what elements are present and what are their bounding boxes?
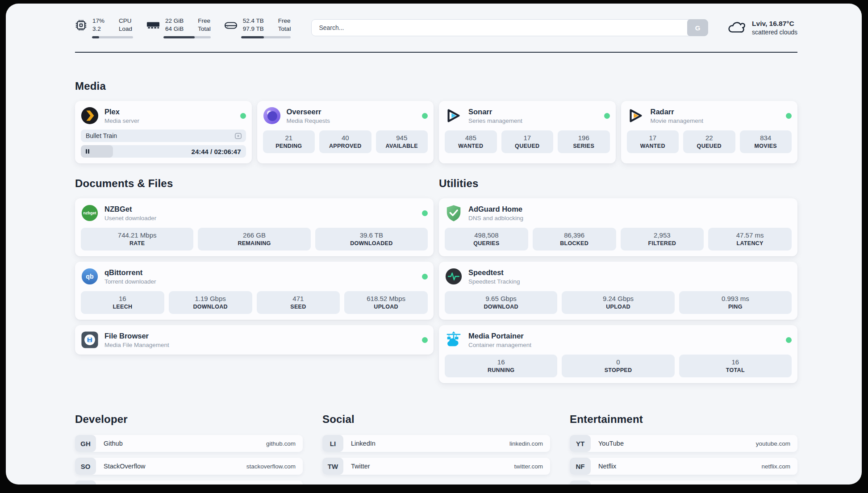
app-card-nzbget[interactable]: nzbget NZBGet Usenet downloader 74 [75,198,434,256]
bookmark-netflix[interactable]: NF Netflix netflix.com [570,458,797,475]
stat-box: 834 MOVIES [740,130,792,153]
status-dot [422,274,428,280]
bookmark-group-entertainment: Entertainment YT YouTube youtube.com NF … [570,413,797,485]
section-title-developer: Developer [75,413,303,426]
bookmark-linkedin[interactable]: LI LinkedIn linkedin.com [322,435,550,452]
weather-location-temp: Lviv, 16.87°C [752,20,797,28]
card-title: Radarr [651,108,704,116]
stat-box: 0.993 ms PING [679,291,792,314]
bookmark-name: YouTube [598,440,624,447]
stat-box: 9.24 Gbps UPLOAD [562,291,674,314]
overseerr-icon [263,107,281,125]
ram-value-2: 64 GiB [165,25,184,33]
bookmark-name: StackOverflow [104,463,145,470]
bookmark-reddit[interactable]: RE Reddit reddit.com [570,480,797,485]
pause-icon[interactable] [86,149,89,154]
bookmark-name: LinkedIn [351,440,376,447]
stat-box: 47.57 ms LATENCY [708,228,792,251]
playback-time: 24:44 / 02:06:47 [192,148,241,155]
disk-usage-bar [241,36,291,38]
section-title-documents: Documents & Files [75,177,434,190]
stat-box: 196 SERIES [558,130,610,153]
status-dot [786,113,792,119]
bookmark-twitter[interactable]: TW Twitter twitter.com [322,458,550,475]
app-card-overseerr[interactable]: Overseerr Media Requests 21 PENDING 40 A… [257,101,434,163]
qbittorrent-icon: qb [81,267,99,285]
bookmark-tag: RE [570,480,591,485]
search-engine-button[interactable]: G [687,19,708,36]
stat-box: 17 QUEUED [501,130,554,153]
disk-label-2: Total [278,25,291,33]
card-title: Speedtest [468,268,520,277]
card-subtitle: DNS and adblocking [468,215,523,221]
card-title: Media Portainer [468,332,531,340]
search-bar: G [311,19,708,36]
stat-box: 16 RUNNING [445,355,557,377]
adguard-icon [445,204,463,222]
cpu-value-1: 17% [92,17,104,25]
stat-box: 498,508 QUERIES [445,228,528,251]
section-title-entertainment: Entertainment [570,413,797,426]
stat-box: 16 TOTAL [679,355,792,377]
playback-progress-bar: 24:44 / 02:06:47 [81,145,246,158]
search-input[interactable] [311,19,708,36]
app-card-sonarr[interactable]: Sonarr Series management 485 WANTED 17 Q… [439,101,616,163]
card-title: Overseerr [287,108,330,116]
app-card-filebrowser[interactable]: File Browser Media File Management [75,325,434,355]
header: 17% 3.2 CPU Load [75,17,797,38]
status-dot [422,113,428,119]
system-metrics: 17% 3.2 CPU Load [75,17,291,38]
plex-icon [81,107,99,125]
section-title-social: Social [322,413,550,426]
app-card-portainer[interactable]: Media Portainer Container management 16 … [439,325,797,383]
disk-value-1: 52.4 TB [243,17,264,25]
app-card-qbittorrent[interactable]: qb qBittorrent Torrent downloader [75,262,434,320]
ram-icon [146,20,160,30]
stat-box: 266 GB REMAINING [198,228,310,251]
status-dot [422,210,428,216]
card-title: qBittorrent [104,268,156,277]
bookmark-name: Github [104,440,123,447]
bookmark-tag: NF [570,458,591,475]
card-subtitle: Media File Management [104,342,169,348]
bookmark-github[interactable]: GH Github github.com [75,435,303,452]
speedtest-icon [445,267,463,285]
disk-value-2: 97.9 TB [243,25,264,33]
app-card-adguard[interactable]: AdGuard Home DNS and adblocking 498,508 … [439,198,797,256]
stat-box: 86,396 BLOCKED [533,228,616,251]
memory-metric: 22 GiB 64 GiB Free Total [146,17,211,38]
bookmark-tag: GH [75,435,96,452]
bookmark-tag: TW [322,458,343,475]
stat-box: 485 WANTED [445,130,497,153]
disk-icon [224,19,238,31]
bookmark-dev[interactable]: DT DEV dev.to [75,480,303,485]
bookmark-group-developer: Developer GH Github github.com SO StackO… [75,413,303,485]
stat-box: 16 LEECH [81,291,164,314]
weather-condition: scattered clouds [752,29,797,36]
status-dot [240,113,246,119]
card-subtitle: Media server [104,117,139,124]
now-playing-title: Bullet Train [86,132,117,139]
stat-box: 618.52 Mbps UPLOAD [344,291,428,314]
bookmark-youtube[interactable]: YT YouTube youtube.com [570,435,797,452]
screen-session-icon[interactable] [234,132,242,140]
filebrowser-icon [81,331,99,349]
app-card-radarr[interactable]: Radarr Movie management 17 WANTED 22 QUE… [621,101,798,163]
stat-box: 2,953 FILTERED [621,228,704,251]
card-title: Sonarr [468,108,522,116]
ram-value-1: 22 GiB [165,17,184,25]
portainer-icon [445,331,463,349]
stat-box: 945 AVAILABLE [376,130,428,153]
cpu-usage-bar [92,36,133,38]
bookmark-tag: LI [322,435,343,452]
card-subtitle: Series management [468,117,522,124]
now-playing-row: Bullet Train [81,130,246,142]
svg-text:nzbget: nzbget [83,211,96,216]
stat-box: 40 APPROVED [319,130,371,153]
stat-box: 744.21 Mbps RATE [81,228,193,251]
bookmark-group-social: Social LI LinkedIn linkedin.com TW Twitt… [322,413,550,485]
card-subtitle: Movie management [651,117,704,124]
bookmark-stackoverflow[interactable]: SO StackOverflow stackoverflow.com [75,458,303,475]
app-card-plex[interactable]: Plex Media server Bullet Train [75,101,252,163]
app-card-speedtest[interactable]: Speedtest Speedtest Tracking 9.65 Gbps D… [439,262,797,320]
